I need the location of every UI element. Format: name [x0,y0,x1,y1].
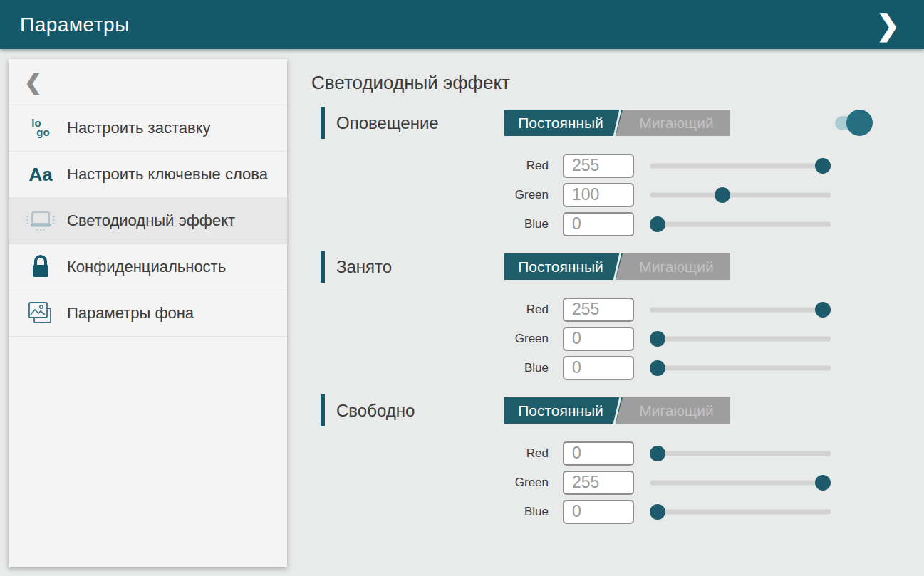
blue-slider[interactable] [650,360,831,377]
red-value-input[interactable] [563,441,634,466]
slider-thumb[interactable] [815,158,831,174]
mode-option-constant[interactable]: Постоянный [504,253,623,280]
red-row: Red [311,295,924,324]
green-row: Green [311,468,924,497]
sidebar: ❮ lo go Настроить заставку Aa Настроить … [9,59,287,567]
green-slider[interactable] [650,330,831,347]
blue-value-input[interactable] [563,356,634,380]
panel-title: Светодиодный эффект [311,72,510,94]
mode-option-blinking[interactable]: Мигающий [623,397,730,424]
slider-thumb[interactable] [715,187,730,203]
sidebar-item-label: Параметры фона [67,303,194,323]
sidebar-item-label: Настроить ключевые слова [67,164,268,184]
sidebar-item-led-effect[interactable]: Светодиодный эффект [9,198,287,244]
section-label: Оповещение [336,113,439,133]
section-notification: Оповещение Постоянный Мигающий Red Green [311,107,924,249]
red-label: Red [311,446,563,461]
green-slider[interactable] [650,474,831,491]
sidebar-item-privacy[interactable]: Конфиденциальность [9,244,287,290]
sidebar-item-label: Конфиденциальность [67,257,226,277]
green-row: Green [311,324,924,353]
slider-thumb[interactable] [650,446,665,461]
sidebar-item-label: Светодиодный эффект [67,211,235,231]
mode-option-constant[interactable]: Постоянный [504,397,623,424]
blue-slider[interactable] [650,216,831,233]
red-row: Red [311,151,924,180]
red-slider[interactable] [650,445,831,462]
section-label: Свободно [336,401,415,421]
green-label: Green [311,332,563,346]
mode-option-blinking[interactable]: Мигающий [623,110,730,136]
green-row: Green [311,180,924,209]
toggle-thumb [846,110,873,136]
section-busy: Занято Постоянный Мигающий Red Green [311,251,924,393]
blue-value-input[interactable] [563,212,634,236]
slider-thumb[interactable] [650,216,665,232]
green-slider[interactable] [650,187,831,204]
notification-toggle[interactable] [832,108,873,137]
red-label: Red [311,303,563,317]
slider-thumb[interactable] [650,360,665,376]
green-label: Green [311,188,563,202]
app-header: Параметры ❯ [0,0,924,49]
mode-option-constant[interactable]: Постоянный [504,110,623,136]
slider-thumb[interactable] [815,302,831,318]
lock-icon [24,255,57,279]
red-slider[interactable] [650,301,831,318]
blue-row: Blue [311,209,924,239]
red-slider[interactable] [650,157,831,174]
mode-switcher: Постоянный Мигающий [504,397,730,424]
red-value-input[interactable] [563,298,634,322]
sidebar-item-screensaver[interactable]: lo go Настроить заставку [9,105,287,152]
green-label: Green [311,476,563,490]
mode-switcher: Постоянный Мигающий [504,110,730,136]
mode-option-blinking[interactable]: Мигающий [623,253,730,280]
green-value-input[interactable] [563,471,634,495]
sidebar-item-label: Настроить заставку [67,118,211,138]
section-accent-bar [321,394,325,426]
green-value-input[interactable] [563,327,634,351]
back-chevron-icon: ❮ [24,70,42,95]
section-free: Свободно Постоянный Мигающий Red Green [311,394,924,537]
keywords-icon: Aa [24,164,57,186]
logo-icon: lo go [24,119,57,137]
forward-chevron-icon[interactable]: ❯ [876,11,904,39]
sidebar-item-keywords[interactable]: Aa Настроить ключевые слова [9,152,287,198]
blue-row: Blue [311,497,924,526]
section-label: Занято [336,257,392,277]
slider-thumb[interactable] [650,504,665,520]
blue-value-input[interactable] [563,500,634,524]
blue-label: Blue [311,505,563,519]
green-value-input[interactable] [563,183,634,207]
section-accent-bar [321,251,325,283]
blue-slider[interactable] [650,503,831,520]
background-images-icon [24,300,57,326]
sidebar-back-button[interactable]: ❮ [9,59,287,105]
red-row: Red [311,439,924,468]
red-value-input[interactable] [563,154,634,178]
blue-label: Blue [311,217,563,231]
section-accent-bar [321,107,325,139]
slider-thumb[interactable] [650,331,665,347]
blue-row: Blue [311,353,924,382]
slider-thumb[interactable] [815,475,831,491]
sidebar-item-background[interactable]: Параметры фона [9,290,287,337]
page-title: Параметры [20,14,130,36]
red-label: Red [311,159,563,173]
blue-label: Blue [311,361,563,375]
mode-switcher: Постоянный Мигающий [504,253,730,280]
led-effect-panel: Светодиодный эффект Оповещение Постоянны… [311,49,924,576]
led-monitor-icon [24,209,57,233]
